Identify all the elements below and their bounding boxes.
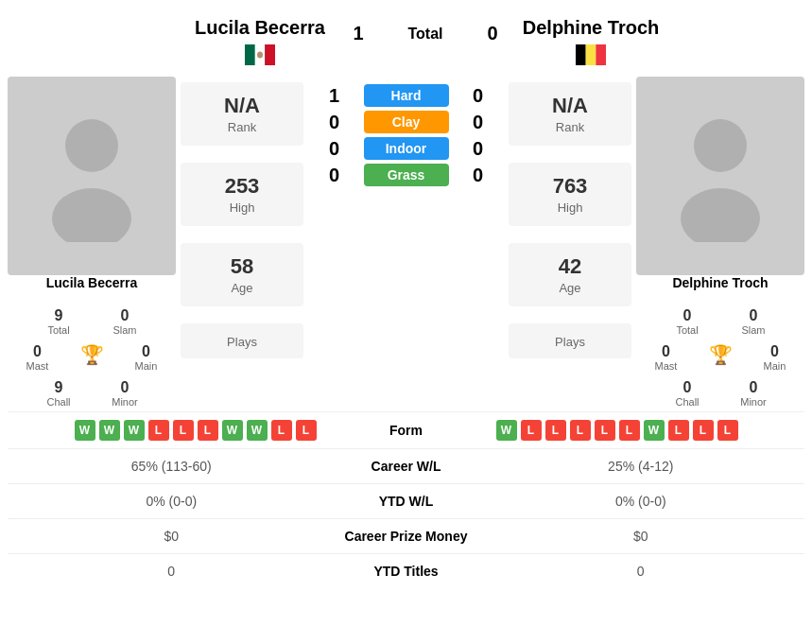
left-main-value: 0 bbox=[123, 343, 170, 360]
right-chall-value: 0 bbox=[664, 379, 711, 396]
left-stat-total: 9 Total bbox=[35, 307, 82, 336]
ytd-titles-left: 0 bbox=[8, 564, 336, 579]
right-main-label: Main bbox=[752, 360, 799, 372]
right-stats-boxes: N/A Rank 763 High 42 Age Plays bbox=[504, 77, 636, 411]
clay-score-right: 0 bbox=[464, 112, 492, 133]
left-stats-row3: 9 Chall 0 Minor bbox=[8, 379, 176, 408]
hard-score-right: 0 bbox=[464, 85, 492, 107]
form-right: WLLLLLWLLL bbox=[477, 420, 805, 441]
indoor-row: 0 Indoor 0 bbox=[308, 137, 504, 160]
form-badge-left: L bbox=[173, 420, 194, 441]
ytd-wl-row: 0% (0-0) YTD W/L 0% (0-0) bbox=[8, 483, 804, 518]
left-age-value: 58 bbox=[196, 254, 288, 279]
left-total-label: Total bbox=[35, 324, 82, 336]
form-badge-right: L bbox=[693, 420, 714, 441]
career-wl-row: 65% (113-60) Career W/L 25% (4-12) bbox=[8, 448, 804, 483]
career-prize-left: $0 bbox=[8, 529, 336, 544]
right-total-label: Total bbox=[664, 324, 711, 336]
right-slam-value: 0 bbox=[730, 307, 777, 324]
form-badge-right: W bbox=[496, 420, 517, 441]
left-stat-mast: 0 Mast bbox=[14, 343, 61, 372]
form-badge-right: L bbox=[595, 420, 615, 441]
form-badge-right: L bbox=[619, 420, 640, 441]
svg-point-10 bbox=[681, 188, 760, 242]
right-age-box: 42 Age bbox=[509, 243, 631, 306]
grass-score-right: 0 bbox=[464, 165, 492, 186]
total-score-right: 0 bbox=[478, 23, 507, 44]
left-mast-value: 0 bbox=[14, 343, 61, 360]
career-prize-row: $0 Career Prize Money $0 bbox=[8, 518, 804, 553]
form-badge-left: W bbox=[222, 420, 243, 441]
indoor-badge: Indoor bbox=[364, 137, 449, 160]
player-right-stats: 0 Total 0 Slam 0 Mast 🏆 0 bbox=[636, 304, 804, 411]
right-age-value: 42 bbox=[524, 254, 616, 279]
svg-point-3 bbox=[257, 52, 263, 59]
right-trophy-icon: 🏆 bbox=[709, 343, 733, 372]
form-center-label: Form bbox=[336, 423, 477, 438]
form-badge-left: W bbox=[75, 420, 95, 441]
total-label: Total bbox=[388, 26, 463, 43]
right-high-label: High bbox=[524, 200, 616, 215]
left-plays-label: Plays bbox=[196, 335, 288, 349]
left-rank-box: N/A Rank bbox=[181, 82, 303, 146]
ytd-wl-right: 0% (0-0) bbox=[477, 494, 805, 509]
left-name-area: Lucila Becerra bbox=[176, 9, 344, 77]
svg-rect-2 bbox=[265, 44, 275, 65]
left-high-value: 253 bbox=[196, 174, 288, 199]
center-surfaces: 1 Hard 0 0 Clay 0 0 Indoor 0 0 Grass 0 bbox=[308, 77, 504, 411]
right-age-label: Age bbox=[524, 281, 616, 295]
left-plays-box: Plays bbox=[181, 323, 303, 358]
right-main-value: 0 bbox=[752, 343, 799, 360]
form-badge-left: W bbox=[99, 420, 120, 441]
left-total-value: 9 bbox=[35, 307, 82, 324]
clay-score-left: 0 bbox=[320, 112, 349, 133]
player-right-photo bbox=[636, 77, 804, 275]
career-prize-right: $0 bbox=[477, 529, 805, 544]
player-right-name-below: Delphine Troch bbox=[672, 275, 768, 290]
left-stat-main: 0 Main bbox=[123, 343, 170, 372]
total-score-row: 1 Total 0 bbox=[344, 23, 507, 44]
player-left-name: Lucila Becerra bbox=[195, 17, 325, 39]
right-mast-value: 0 bbox=[643, 343, 690, 360]
right-stats-row2: 0 Mast 🏆 0 Main bbox=[636, 343, 804, 372]
right-rank-value: N/A bbox=[524, 94, 616, 118]
career-wl-left: 65% (113-60) bbox=[8, 459, 336, 474]
grass-score-left: 0 bbox=[320, 165, 349, 186]
right-slam-label: Slam bbox=[730, 324, 777, 336]
form-badge-left: W bbox=[124, 420, 145, 441]
left-chall-value: 9 bbox=[35, 379, 82, 396]
right-stats-row3: 0 Chall 0 Minor bbox=[636, 379, 804, 408]
left-minor-value: 0 bbox=[101, 379, 148, 396]
clay-badge: Clay bbox=[364, 111, 449, 133]
svg-rect-6 bbox=[596, 44, 606, 65]
form-badge-left: L bbox=[296, 420, 317, 441]
right-high-value: 763 bbox=[524, 174, 616, 199]
form-badge-right: W bbox=[644, 420, 665, 441]
right-high-box: 763 High bbox=[509, 163, 631, 226]
left-rank-value: N/A bbox=[196, 94, 288, 118]
ytd-titles-row: 0 YTD Titles 0 bbox=[8, 553, 804, 588]
right-name-area: Delphine Troch bbox=[507, 9, 675, 77]
right-stat-mast: 0 Mast bbox=[643, 343, 690, 372]
total-score-left: 1 bbox=[344, 23, 372, 44]
grass-badge: Grass bbox=[364, 164, 449, 186]
main-container: Lucila Becerra 1 Total 0 Delphine Troch bbox=[0, 0, 812, 588]
player-right-flag bbox=[576, 44, 606, 69]
left-rank-label: Rank bbox=[196, 120, 288, 134]
left-main-label: Main bbox=[123, 360, 170, 372]
player-left-name-below: Lucila Becerra bbox=[46, 275, 138, 290]
right-rank-box: N/A Rank bbox=[509, 82, 631, 146]
left-high-box: 253 High bbox=[181, 163, 303, 226]
svg-rect-5 bbox=[586, 44, 596, 65]
form-badge-right: L bbox=[545, 420, 566, 441]
form-badge-right: L bbox=[570, 420, 591, 441]
hard-score-left: 1 bbox=[320, 85, 349, 107]
left-slam-value: 0 bbox=[101, 307, 148, 324]
player-left-flag bbox=[245, 44, 275, 69]
right-stat-slam: 0 Slam bbox=[730, 307, 777, 336]
right-stat-chall: 0 Chall bbox=[664, 379, 711, 408]
left-trophy-icon: 🏆 bbox=[80, 343, 104, 372]
form-left: WWWLLLWWLL bbox=[8, 420, 336, 441]
center-header: 1 Total 0 bbox=[344, 9, 507, 44]
header-area: Lucila Becerra 1 Total 0 Delphine Troch bbox=[0, 0, 812, 77]
